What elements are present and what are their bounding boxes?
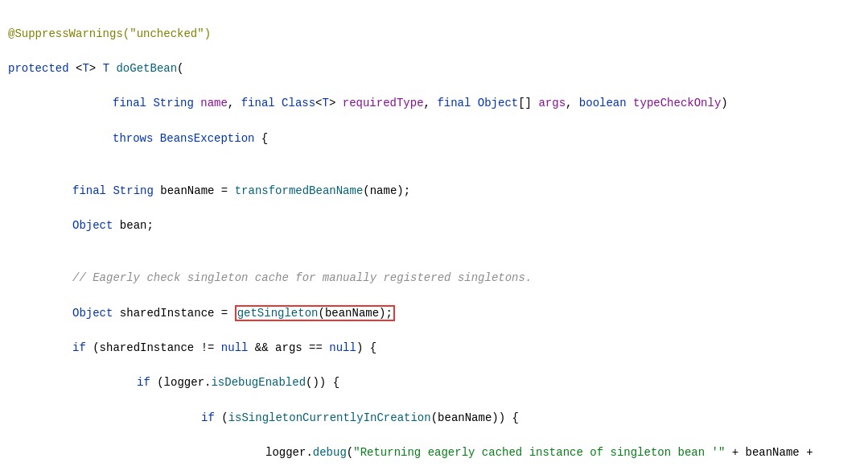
line-10: Object sharedInstance = getSingleton(bea…	[8, 305, 860, 323]
line-7: Object bean;	[8, 217, 860, 235]
annotation-suppress: @SuppressWarnings("unchecked")	[8, 27, 211, 40]
line-1: @SuppressWarnings("unchecked")	[8, 26, 860, 43]
code-editor: @SuppressWarnings("unchecked") protected…	[0, 8, 868, 475]
line-9: // Eagerly check singleton cache for man…	[8, 270, 860, 287]
line-4: throws BeansException {	[8, 130, 860, 148]
highlight-getSingleton: getSingleton(beanName);	[235, 305, 395, 321]
line-12: if (logger.isDebugEnabled()) {	[8, 374, 860, 392]
line-11: if (sharedInstance != null && args == nu…	[8, 340, 860, 357]
line-6: final String beanName = transformedBeanN…	[8, 183, 860, 200]
line-14: logger.debug("Returning eagerly cached i…	[8, 444, 860, 462]
line-2: protected <T> T doGetBean(	[8, 60, 860, 78]
line-3: final String name, final Class<T> requir…	[8, 95, 860, 113]
line-13: if (isSingletonCurrentlyInCreation(beanN…	[8, 410, 860, 428]
kw-protected: protected	[8, 62, 69, 75]
